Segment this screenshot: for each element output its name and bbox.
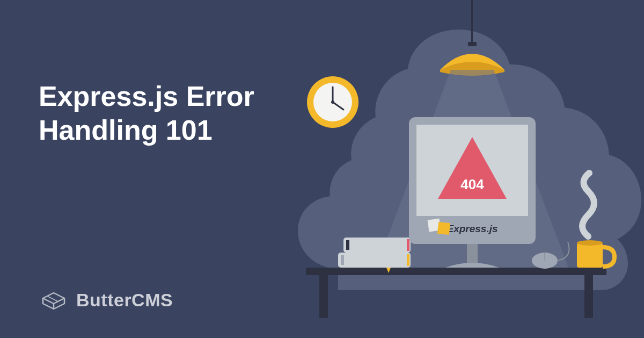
wall-clock xyxy=(307,76,358,128)
svg-rect-15 xyxy=(467,242,478,263)
sticky-note xyxy=(437,222,450,235)
svg-rect-14 xyxy=(407,239,409,251)
svg-point-21 xyxy=(577,240,603,246)
page-title: Express.js Error Handling 101 xyxy=(39,80,296,148)
svg-rect-10 xyxy=(341,255,344,265)
svg-rect-6 xyxy=(306,268,606,275)
svg-rect-8 xyxy=(584,275,593,318)
svg-point-5 xyxy=(331,100,334,104)
butter-icon xyxy=(39,289,69,311)
svg-rect-11 xyxy=(407,254,409,266)
svg-rect-20 xyxy=(577,243,603,268)
illustration-scene: 404 Express.js xyxy=(268,0,644,338)
svg-rect-9 xyxy=(338,253,411,268)
brand-logo: ButterCMS xyxy=(39,289,173,311)
svg-rect-13 xyxy=(346,240,349,250)
lamp-cord xyxy=(471,0,473,46)
svg-rect-7 xyxy=(319,275,328,318)
error-code-text: 404 xyxy=(460,176,484,192)
brand-name: ButterCMS xyxy=(76,290,173,311)
framework-label: Express.js xyxy=(447,223,497,234)
svg-rect-0 xyxy=(468,42,477,46)
svg-rect-12 xyxy=(343,238,411,253)
